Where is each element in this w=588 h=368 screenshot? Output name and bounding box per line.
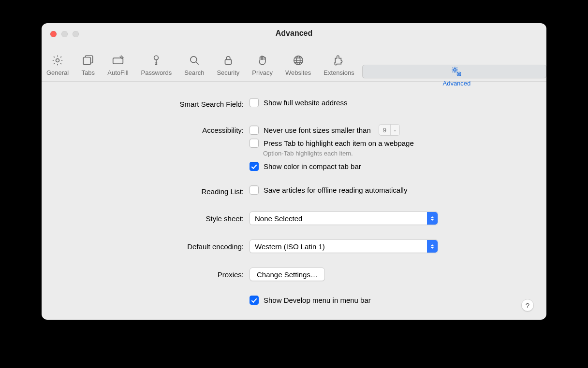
label-accessibility: Accessibility: (63, 124, 250, 136)
tabs-icon (81, 54, 95, 67)
svg-point-0 (56, 59, 59, 62)
tab-extensions[interactable]: Extensions (319, 51, 359, 78)
tab-autofill[interactable]: AutoFill (103, 51, 133, 78)
svg-point-4 (191, 57, 197, 63)
encoding-value: Western (ISO Latin 1) (255, 242, 325, 251)
hint-option-tab: Option-Tab highlights each item. (263, 150, 414, 157)
toolbar-label: Search (184, 69, 204, 76)
toolbar-label: Privacy (252, 69, 273, 76)
preferences-window: Advanced General Tabs AutoFill Passwords… (42, 23, 546, 320)
tab-websites[interactable]: Websites (280, 51, 316, 78)
checkbox-show-full-address[interactable] (250, 98, 259, 107)
toolbar-label: Passwords (141, 69, 172, 76)
toolbar-label: General (46, 69, 69, 76)
toolbar-label: Tabs (82, 69, 95, 76)
svg-point-9 (458, 73, 460, 75)
checkbox-save-offline[interactable] (250, 185, 259, 195)
prefs-toolbar: General Tabs AutoFill Passwords Search S… (42, 44, 546, 82)
help-button[interactable]: ? (521, 299, 534, 311)
opt-press-tab: Press Tab to highlight each item on a we… (264, 139, 414, 147)
tab-passwords[interactable]: Passwords (136, 51, 177, 78)
tab-security[interactable]: Security (212, 51, 244, 78)
lock-icon (221, 54, 235, 67)
encoding-select[interactable]: Western (ISO Latin 1) (250, 240, 438, 253)
min-font-size-value: 9 (379, 127, 390, 134)
checkbox-show-color-compact[interactable] (250, 162, 259, 171)
stylesheet-value: None Selected (255, 214, 302, 223)
label-reading-list: Reading List: (63, 185, 250, 197)
label-proxies: Proxies: (63, 268, 250, 280)
opt-show-color-compact: Show color in compact tab bar (264, 162, 361, 170)
globe-icon (292, 54, 305, 67)
svg-rect-5 (225, 59, 231, 64)
window-title: Advanced (42, 29, 546, 38)
opt-save-offline: Save articles for offline reading automa… (264, 186, 407, 194)
change-settings-button[interactable]: Change Settings… (250, 268, 325, 281)
label-style-sheet: Style sheet: (63, 212, 250, 224)
tab-search[interactable]: Search (179, 51, 209, 78)
gears-icon (450, 65, 463, 78)
advanced-pane: Smart Search Field: Show full website ad… (42, 82, 546, 320)
opt-show-full-address: Show full website address (264, 99, 347, 107)
stylesheet-select[interactable]: None Selected (250, 212, 438, 225)
tab-tabs[interactable]: Tabs (76, 51, 100, 78)
tab-advanced[interactable]: Advanced (362, 65, 546, 78)
svg-point-8 (454, 69, 456, 71)
opt-min-font-size: Never use font sizes smaller than (264, 126, 371, 134)
tab-general[interactable]: General (42, 51, 74, 78)
checkbox-min-font-size[interactable] (250, 126, 259, 135)
min-font-size-stepper[interactable]: 9 ⌄ (379, 124, 400, 136)
toolbar-label: Websites (285, 69, 311, 76)
toolbar-label: Security (217, 69, 239, 76)
svg-point-3 (154, 56, 159, 60)
chevron-down-icon[interactable]: ⌄ (390, 125, 399, 135)
updown-icon (427, 212, 438, 225)
tab-privacy[interactable]: Privacy (247, 51, 278, 78)
autofill-icon (111, 54, 125, 67)
svg-rect-2 (113, 58, 123, 64)
gear-icon (51, 54, 64, 67)
checkbox-show-develop-menu[interactable] (250, 296, 259, 305)
svg-rect-1 (84, 57, 91, 65)
search-icon (188, 54, 201, 67)
toolbar-label: Extensions (323, 69, 354, 76)
hand-icon (256, 54, 269, 67)
label-smart-search: Smart Search Field: (63, 98, 250, 110)
opt-show-develop-menu: Show Develop menu in menu bar (264, 296, 371, 304)
key-icon (149, 54, 163, 67)
puzzle-icon (332, 54, 346, 67)
change-settings-label: Change Settings… (257, 270, 318, 279)
titlebar: Advanced (42, 23, 546, 44)
updown-icon (427, 240, 438, 253)
checkbox-press-tab[interactable] (250, 139, 259, 148)
toolbar-label: AutoFill (107, 69, 128, 76)
help-icon: ? (526, 301, 529, 310)
label-default-encoding: Default encoding: (63, 240, 250, 252)
